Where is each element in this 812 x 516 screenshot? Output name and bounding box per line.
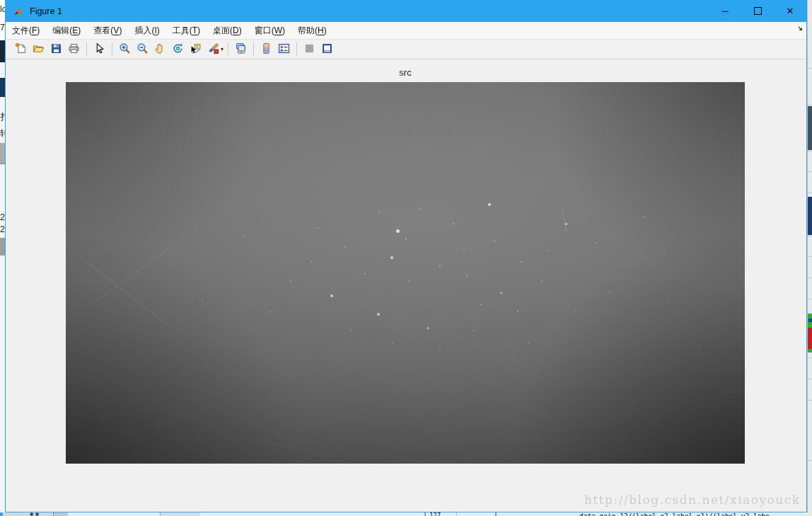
dust-speck [344, 246, 346, 248]
divider [424, 512, 426, 516]
menu-item-d[interactable]: 桌面(D) [207, 23, 248, 39]
toolbar-separator [253, 42, 254, 57]
divider [808, 299, 812, 299]
toolbar-separator [112, 42, 112, 57]
toolbar-separator [86, 42, 87, 57]
dust-speck [528, 342, 529, 343]
menu-overflow-icon[interactable] [796, 25, 804, 35]
titlebar[interactable]: Figure 1 ─ ✕ [6, 0, 806, 22]
underlying-color-icon [808, 349, 812, 352]
hide-plot-tools-button[interactable] [301, 41, 318, 57]
pan-hand-button[interactable] [152, 41, 168, 57]
toolbar: ▾ [6, 40, 806, 59]
new-figure-button[interactable] [13, 41, 29, 57]
maximize-icon [754, 7, 762, 15]
menubar: 文件(F)编辑(E)查看(V)插入(I)工具(T)桌面(D)窗口(W)帮助(H) [6, 22, 806, 40]
save-figure-icon [50, 42, 62, 57]
data-cursor-button[interactable] [187, 41, 204, 57]
dust-speck [663, 254, 665, 256]
dropdown-arrow-icon[interactable]: ▾ [221, 46, 224, 52]
insert-legend-icon [278, 42, 290, 57]
menu-item-e[interactable]: 编辑(E) [46, 23, 87, 39]
underlying-bottom-code-text: data gain 12/(label x2-label x1)/(label … [579, 512, 770, 516]
pan-hand-icon [154, 42, 166, 57]
dust-speck [427, 327, 429, 329]
underlying-fragment: 2 [0, 224, 5, 234]
dust-speck [392, 342, 393, 343]
underlying-color-icon [808, 328, 812, 349]
dust-speck [405, 239, 407, 240]
divider [808, 357, 812, 358]
figure-canvas: src http://blog.csdn [6, 59, 806, 512]
toolbar-separator [296, 42, 297, 57]
save-figure-button[interactable] [48, 41, 64, 57]
brush-data-icon [207, 42, 219, 57]
toolbar-separator [228, 42, 228, 57]
divider [808, 379, 812, 379]
print-figure-icon [68, 42, 80, 57]
close-button[interactable]: ✕ [774, 0, 806, 22]
figure-window: Figure 1 ─ ✕ 文件(F)编辑(E)查看(V)插入(I)工具(T)桌面… [5, 0, 807, 512]
menu-item-t[interactable]: 工具(T) [166, 23, 207, 39]
open-file-button[interactable] [30, 41, 47, 57]
edit-plot-arrow-icon [93, 42, 105, 57]
data-cursor-icon [190, 42, 202, 57]
menu-item-h[interactable]: 帮助(H) [291, 23, 333, 39]
dust-speck [378, 212, 380, 213]
divider [808, 256, 812, 257]
dock-figure-button[interactable] [319, 41, 335, 57]
dust-speck [390, 256, 393, 259]
underlying-bottom-number: 127 [429, 512, 441, 516]
menu-item-i[interactable]: 插入(I) [128, 23, 166, 39]
underlying-bottom-block [3, 512, 53, 516]
zoom-out-button[interactable] [134, 41, 151, 57]
dust-speck [643, 216, 644, 217]
underlying-right-block [808, 106, 812, 150]
underlying-fragment: 扌 [0, 111, 5, 123]
screen: lo 7 扌 转 2 2 [0, 0, 812, 516]
watermark-text: http://blog.csdn.net/xiaoyouck [584, 493, 801, 507]
underlying-right-block [808, 197, 812, 235]
insert-colorbar-icon [260, 42, 272, 57]
grayscale-image [66, 82, 745, 464]
insert-legend-button[interactable] [276, 41, 292, 57]
underlying-right-strip [807, 0, 812, 516]
menu-item-f[interactable]: 文件(F) [6, 23, 46, 39]
dust-speck [548, 250, 550, 251]
maximize-button[interactable] [741, 0, 774, 22]
print-figure-button[interactable] [66, 41, 82, 57]
divider [808, 193, 812, 193]
underlying-bottom-block [54, 512, 68, 516]
menu-item-w[interactable]: 窗口(W) [248, 23, 291, 39]
dust-speck [439, 265, 441, 267]
minimize-button[interactable]: ─ [709, 0, 741, 22]
divider [808, 151, 812, 151]
underlying-bottom-block [161, 512, 200, 516]
underlying-left-block [0, 238, 5, 256]
new-figure-icon [15, 42, 27, 57]
link-plots-icon [235, 42, 247, 57]
underlying-fragment: 转 [0, 127, 5, 139]
hide-plot-tools-icon [303, 42, 315, 57]
link-plots-button[interactable] [233, 41, 249, 57]
window-title: Figure 1 [30, 6, 62, 16]
rotate-3d-button[interactable] [170, 41, 186, 57]
underlying-left-strip: lo 7 扌 转 2 2 [0, 0, 5, 516]
dust-speck [396, 229, 400, 233]
menu-item-v[interactable]: 查看(V) [87, 23, 128, 39]
dust-speck [494, 241, 495, 242]
insert-colorbar-button[interactable] [258, 41, 274, 57]
brush-data-button[interactable] [205, 41, 221, 57]
divider [808, 460, 812, 461]
divider [808, 400, 812, 401]
divider [808, 277, 812, 278]
zoom-in-icon [119, 42, 131, 57]
film-grain-overlay [66, 82, 745, 464]
rotate-3d-icon [172, 42, 184, 57]
underlying-fragment: lo [0, 4, 5, 14]
divider [808, 105, 812, 105]
edit-plot-arrow-button[interactable] [91, 41, 108, 57]
zoom-in-button[interactable] [117, 41, 133, 57]
window-controls: ─ ✕ [709, 0, 806, 22]
dust-speck [480, 304, 482, 305]
